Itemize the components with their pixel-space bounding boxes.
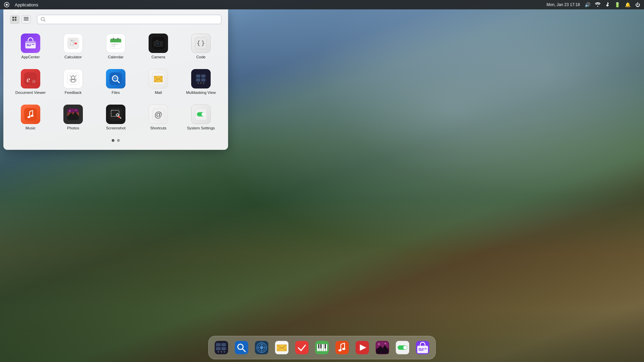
svg-rect-152	[425, 348, 427, 349]
svg-rect-15	[32, 44, 35, 45]
music-icon	[21, 105, 40, 124]
app-item-system-settings[interactable]: System Settings	[180, 101, 221, 133]
feedback-label: Feedback	[65, 90, 82, 95]
svg-rect-12	[25, 41, 36, 43]
shortcuts-icon: @	[149, 105, 168, 124]
svg-point-76	[198, 82, 199, 84]
svg-rect-72	[196, 74, 201, 77]
svg-rect-5	[15, 19, 16, 21]
volume-icon[interactable]: 🔊	[585, 2, 590, 7]
menubar-datetime: Mon, Jan 23 17:18	[547, 2, 580, 7]
svg-rect-35	[113, 38, 114, 40]
dock-item-photos[interactable]	[373, 338, 392, 357]
dock-item-music[interactable]	[333, 338, 352, 357]
pagination	[10, 139, 221, 142]
svg-point-1	[6, 4, 8, 6]
svg-text:@: @	[154, 110, 162, 119]
app-item-screenshot[interactable]: Screenshot	[95, 101, 136, 133]
svg-rect-134	[335, 341, 349, 354]
dock-item-appcenter[interactable]	[413, 338, 432, 357]
dock-item-mail[interactable]	[272, 338, 291, 357]
dock-item-toggle[interactable]	[393, 338, 412, 357]
svg-rect-45	[156, 40, 158, 41]
svg-point-77	[200, 82, 202, 84]
app-item-multitasking[interactable]: Multitasking View	[180, 66, 221, 98]
list-view-button[interactable]	[21, 15, 31, 24]
bluetooth-icon[interactable]	[605, 2, 610, 8]
svg-rect-13	[26, 44, 29, 45]
app-item-document-viewer[interactable]: e Document Viewer	[10, 66, 51, 98]
app-item-code[interactable]: { } Code	[180, 30, 221, 62]
dock-item-multitasking[interactable]	[212, 338, 231, 357]
app-item-music[interactable]: Music	[10, 101, 51, 133]
svg-rect-75	[201, 78, 206, 81]
camera-label: Camera	[152, 55, 165, 60]
svg-rect-6	[24, 17, 29, 18]
pagination-dot-2[interactable]	[117, 139, 120, 142]
pagination-dot-1[interactable]	[112, 139, 114, 142]
svg-rect-49	[24, 72, 37, 85]
svg-text:×: ×	[75, 42, 76, 44]
dock-item-piano[interactable]	[313, 338, 331, 357]
svg-rect-151	[422, 348, 424, 349]
apps-grid: AppCenter + -	[10, 30, 221, 133]
feedback-icon	[63, 69, 83, 88]
grid-view-button[interactable]	[10, 15, 19, 24]
mail-icon	[149, 69, 168, 88]
svg-rect-89	[109, 108, 122, 121]
svg-rect-36	[117, 38, 118, 40]
app-item-photos[interactable]: Photos	[53, 101, 94, 133]
power-icon[interactable]: ⏻	[635, 2, 640, 7]
app-item-mail[interactable]: Mail	[138, 66, 179, 98]
svg-rect-106	[216, 347, 221, 350]
shortcuts-label: Shortcuts	[150, 126, 167, 131]
dock-item-browser[interactable]	[252, 338, 271, 357]
multitasking-label: Multitasking View	[186, 90, 216, 95]
app-item-appcenter[interactable]: AppCenter	[10, 30, 51, 62]
svg-rect-149	[417, 346, 428, 353]
svg-point-102	[202, 112, 205, 116]
document-viewer-icon: e	[21, 69, 40, 88]
svg-point-78	[203, 82, 204, 84]
svg-rect-132	[320, 344, 321, 349]
photos-icon	[63, 105, 83, 124]
menubar-app-title[interactable]: Applications	[15, 2, 38, 7]
wifi-icon[interactable]	[595, 2, 600, 8]
svg-point-88	[75, 110, 76, 111]
app-item-calculator[interactable]: + - × 7 8	[53, 30, 94, 62]
files-label: Files	[112, 90, 120, 95]
app-item-shortcuts[interactable]: @ Shortcuts	[138, 101, 179, 133]
battery-icon[interactable]: 🔋	[614, 2, 620, 7]
app-item-camera[interactable]: Camera	[138, 30, 179, 62]
screenshot-icon	[106, 105, 125, 124]
app-item-calendar[interactable]: Su Mo Tu 1 2 3 Calendar	[95, 30, 136, 62]
svg-rect-8	[24, 20, 29, 20]
system-settings-icon	[191, 105, 211, 124]
music-label: Music	[25, 126, 36, 131]
app-item-feedback[interactable]: Feedback	[53, 66, 94, 98]
menubar: Applications Mon, Jan 23 17:18 🔊 🔋 🔔	[0, 0, 644, 9]
svg-line-10	[44, 20, 45, 21]
svg-rect-128	[321, 344, 323, 351]
app-launcher: AppCenter + -	[3, 9, 228, 150]
svg-rect-133	[325, 344, 326, 349]
svg-rect-79	[24, 108, 37, 121]
dock-item-video[interactable]	[353, 338, 372, 357]
dock-item-search[interactable]	[232, 338, 251, 357]
search-input[interactable]	[48, 17, 218, 22]
svg-rect-7	[24, 18, 29, 19]
svg-rect-105	[221, 343, 226, 346]
notification-icon[interactable]: 🔔	[625, 2, 631, 7]
svg-point-9	[41, 17, 44, 21]
svg-text:Su Mo Tu: Su Mo Tu	[111, 44, 118, 45]
svg-rect-4	[12, 19, 14, 21]
calculator-label: Calculator	[64, 55, 82, 60]
svg-rect-107	[221, 347, 226, 350]
menubar-right: Mon, Jan 23 17:18 🔊 🔋 🔔 ⏻	[547, 2, 640, 8]
svg-rect-3	[15, 17, 16, 18]
svg-text:-: -	[73, 39, 74, 42]
search-icon	[41, 17, 46, 22]
appcenter-icon	[21, 34, 40, 53]
app-item-files[interactable]: Files	[95, 66, 136, 98]
dock-item-minder[interactable]	[292, 338, 311, 357]
